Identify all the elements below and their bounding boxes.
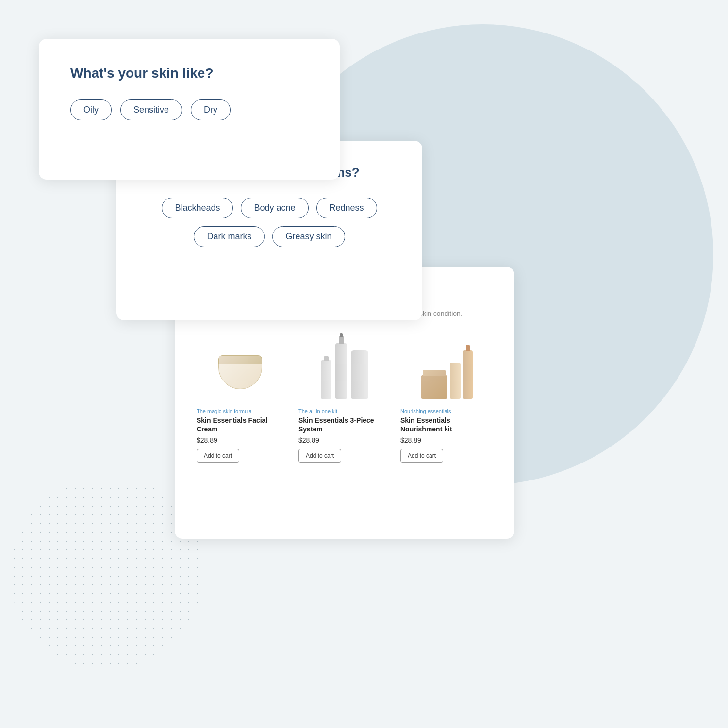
concern-dark-marks[interactable]: Dark marks xyxy=(194,226,265,247)
product-cream-price: $28.89 xyxy=(197,436,217,444)
product-kit-price: $28.89 xyxy=(400,436,421,444)
product-kit-add-to-cart[interactable]: Add to cart xyxy=(400,449,443,463)
concern-body-acne[interactable]: Body acne xyxy=(241,198,308,218)
kit-bottle-small xyxy=(450,363,461,399)
products-grid: The magic skin formula Skin Essentials F… xyxy=(197,333,493,463)
product-bottles-tag: The all in one kit xyxy=(298,408,337,414)
skin-type-sensitive[interactable]: Sensitive xyxy=(120,99,182,120)
product-kit: Nourishing essentials Skin Essentials No… xyxy=(400,333,493,463)
product-cream-image xyxy=(197,333,289,401)
cream-illustration xyxy=(218,346,267,389)
bottle-short xyxy=(321,360,331,399)
skin-type-options: Oily Sensitive Dry xyxy=(70,99,308,120)
kit-jar-big xyxy=(421,375,447,399)
product-kit-tag: Nourishing essentials xyxy=(400,408,451,414)
product-bottles-name: Skin Essentials 3-Piece System xyxy=(298,416,391,433)
product-bottles-price: $28.89 xyxy=(298,436,319,444)
skin-concerns-row2: Dark marks Greasy skin xyxy=(143,226,396,247)
product-cream-tag: The magic skin formula xyxy=(197,408,252,414)
bottles-illustration xyxy=(321,336,368,399)
concern-redness[interactable]: Redness xyxy=(316,198,377,218)
kit-illustration xyxy=(421,336,473,399)
skin-type-question: What's your skin like? xyxy=(70,66,308,81)
cards-container: What's your skin like? Oily Sensitive Dr… xyxy=(39,29,505,612)
skin-type-oily[interactable]: Oily xyxy=(70,99,112,120)
concern-blackheads[interactable]: Blackheads xyxy=(162,198,233,218)
bottle-tall xyxy=(335,343,347,399)
skin-concerns-row1: Blackheads Body acne Redness xyxy=(143,198,396,218)
product-kit-name: Skin Essentials Nourishment kit xyxy=(400,416,493,433)
skin-type-card: What's your skin like? Oily Sensitive Dr… xyxy=(39,39,340,180)
kit-dropper xyxy=(463,350,473,399)
skin-type-dry[interactable]: Dry xyxy=(191,99,231,120)
product-bottles-add-to-cart[interactable]: Add to cart xyxy=(298,449,341,463)
bottle-round xyxy=(351,350,368,399)
product-cream: The magic skin formula Skin Essentials F… xyxy=(197,333,289,463)
product-bottles-image xyxy=(298,333,391,401)
cream-body xyxy=(218,364,262,389)
product-bottles: The all in one kit Skin Essentials 3-Pie… xyxy=(298,333,391,463)
product-cream-name: Skin Essentials Facial Cream xyxy=(197,416,289,433)
product-kit-image xyxy=(400,333,493,401)
product-cream-add-to-cart[interactable]: Add to cart xyxy=(197,449,239,463)
cream-lid xyxy=(218,355,262,364)
concern-greasy-skin[interactable]: Greasy skin xyxy=(272,226,345,247)
